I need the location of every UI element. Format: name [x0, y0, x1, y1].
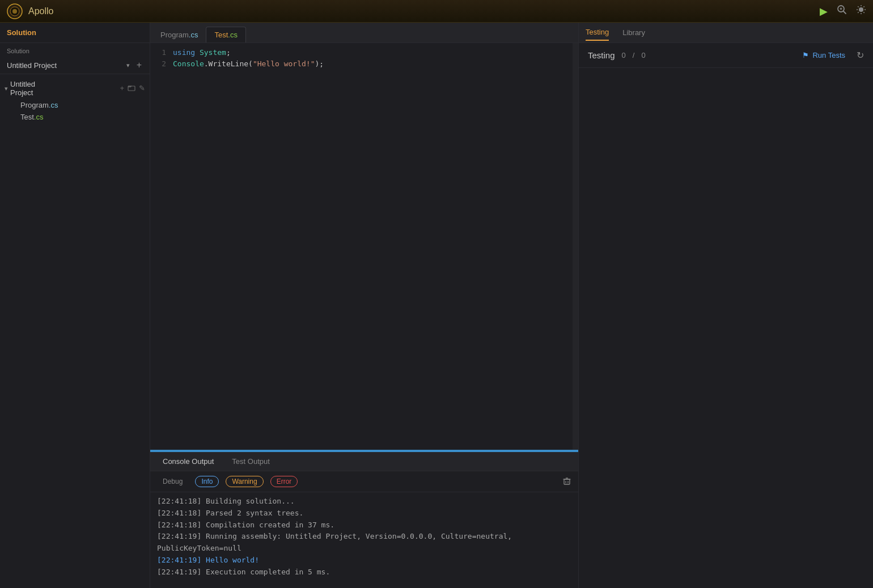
sidebar-title: Solution — [7, 28, 36, 37]
console-filters: Debug Info Warning Error — [150, 471, 578, 492]
log-line: [22:41:19] Execution completed in 5 ms. — [157, 566, 571, 578]
filter-warning-button[interactable]: Warning — [226, 476, 263, 487]
tab-console-output[interactable]: Console Output — [155, 454, 222, 469]
tab-test-cs[interactable]: Test.cs — [206, 27, 245, 42]
svg-line-15 — [858, 12, 858, 12]
line-number: 1 — [150, 48, 173, 57]
project-name: Untitled Project — [10, 80, 117, 97]
run-tests-label: Run Tests — [812, 51, 845, 59]
tab-test-output[interactable]: Test Output — [224, 454, 277, 469]
sidebar: Solution Solution Untitled Project ▾ + ▾… — [0, 23, 150, 588]
log-line: [22:41:18] Compilation created in 37 ms. — [157, 519, 571, 531]
testing-total: 0 — [641, 51, 645, 59]
theme-icon[interactable] — [856, 5, 866, 18]
tab-testing[interactable]: Testing — [586, 24, 609, 41]
testing-header: Testing 0 / 0 ⚑ Run Tests ↻ — [579, 43, 873, 68]
tree-files: Program.cs Test.cs — [0, 99, 150, 123]
svg-point-2 — [12, 9, 17, 14]
bottom-tabs: Console Output Test Output — [150, 452, 578, 471]
filter-error-button[interactable]: Error — [270, 476, 298, 487]
chevron-icon[interactable]: ▾ — [5, 85, 8, 92]
topbar-left: Apollo — [7, 3, 53, 19]
add-file-button[interactable]: + — [120, 84, 124, 93]
tab-library[interactable]: Library — [622, 25, 645, 40]
run-icon[interactable]: ▶ — [820, 5, 828, 18]
run-tests-button[interactable]: ⚑ Run Tests — [802, 51, 845, 59]
scrollbar[interactable] — [573, 43, 578, 450]
search-icon[interactable] — [837, 5, 847, 18]
add-folder-button[interactable] — [128, 84, 135, 93]
svg-line-13 — [863, 12, 864, 12]
topbar-right: ▶ — [820, 5, 866, 18]
code-area: 1 using System; 2 Console.WriteLine("Hel… — [150, 43, 578, 202]
add-solution-button[interactable]: + — [133, 59, 145, 71]
testing-separator: / — [633, 51, 635, 59]
log-line-highlight: [22:41:19] Hello world! — [157, 555, 571, 566]
rename-button[interactable]: ✎ — [139, 84, 145, 93]
file-tabs: Program.cs Test.cs — [150, 23, 578, 43]
testing-passed: 0 — [622, 51, 626, 59]
right-tabs: Testing Library — [579, 23, 873, 43]
sidebar-solution-row: Solution — [0, 43, 150, 57]
log-line: [22:41:18] Parsed 2 syntax trees. — [157, 508, 571, 519]
clear-console-button[interactable] — [562, 476, 571, 487]
tree-actions: + ✎ — [120, 84, 145, 93]
line-number: 2 — [150, 59, 173, 68]
right-panel: Testing Library Testing 0 / 0 ⚑ Run Test… — [578, 23, 873, 588]
solution-label: Solution — [7, 48, 29, 54]
run-tests-icon: ⚑ — [802, 51, 809, 59]
code-line: 2 Console.WriteLine("Hello world!"); — [150, 59, 578, 70]
file-program-cs[interactable]: Program.cs — [16, 99, 150, 111]
log-line: [22:41:18] Building solution... — [157, 496, 571, 508]
code-line: 1 using System; — [150, 48, 578, 59]
testing-title: Testing — [588, 50, 615, 60]
solution-selector[interactable]: Untitled Project ▾ + — [0, 57, 150, 74]
filter-debug-button[interactable]: Debug — [157, 476, 188, 487]
chevron-down-icon[interactable]: ▾ — [126, 62, 130, 69]
refresh-button[interactable]: ↻ — [857, 50, 864, 61]
bottom-panel: Console Output Test Output Debug Info Wa… — [150, 452, 578, 588]
svg-line-4 — [844, 11, 846, 14]
project-row: ▾ Untitled Project + ✎ — [0, 78, 150, 99]
svg-line-14 — [863, 6, 864, 7]
svg-point-7 — [859, 7, 863, 12]
log-line: [22:41:19] Running assembly: Untitled Pr… — [157, 531, 571, 555]
file-test-cs[interactable]: Test.cs — [16, 111, 150, 123]
code-editor[interactable]: 1 using System; 2 Console.WriteLine("Hel… — [150, 43, 578, 450]
filter-info-button[interactable]: Info — [195, 476, 219, 487]
app-logo-icon — [7, 3, 23, 19]
tab-program-cs[interactable]: Program.cs — [152, 27, 206, 42]
center-panel: Program.cs Test.cs 1 using System; 2 Con… — [150, 23, 578, 588]
console-output: [22:41:18] Building solution... [22:41:1… — [150, 492, 578, 588]
topbar: Apollo ▶ — [0, 0, 873, 23]
sidebar-tree: ▾ Untitled Project + ✎ — [0, 74, 150, 126]
sidebar-header: Solution — [0, 23, 150, 43]
line-content: using System; — [173, 48, 231, 57]
solution-name: Untitled Project — [7, 61, 123, 70]
app-title: Apollo — [28, 6, 53, 16]
line-content: Console.WriteLine("Hello world!"); — [173, 59, 324, 68]
svg-rect-17 — [564, 479, 570, 484]
svg-line-12 — [858, 6, 858, 7]
main-layout: Solution Solution Untitled Project ▾ + ▾… — [0, 23, 873, 588]
